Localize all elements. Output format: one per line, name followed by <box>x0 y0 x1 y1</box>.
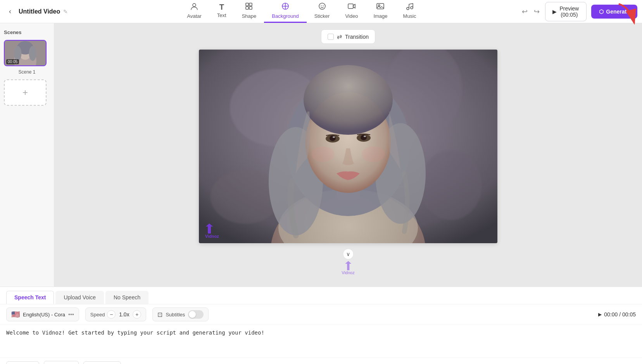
speed-label: Speed <box>90 312 105 318</box>
transition-icon: ⇄ <box>337 33 342 40</box>
script-footer: ⊙ Pause 〜 Diction ✦ AI Script <box>0 357 642 364</box>
main-content: Scenes 00:05 Scene 1 + <box>0 23 642 287</box>
subtitle-toggle[interactable] <box>188 310 204 319</box>
subtitle-label: Subtitles <box>166 312 185 318</box>
svg-point-22 <box>29 46 36 61</box>
tab-music-label: Music <box>403 13 416 19</box>
flag-icon: 🇺🇸 <box>11 310 20 319</box>
play-icon: ▶ <box>598 312 602 317</box>
tab-music[interactable]: Music <box>395 0 424 23</box>
nav-tabs-container: Avatar T Text Shape <box>82 0 521 23</box>
more-icon: ••• <box>68 311 74 318</box>
svg-point-14 <box>407 7 409 10</box>
generate-icon: ⬡ <box>599 9 604 15</box>
canvas-frame: Vidnoz <box>199 50 497 243</box>
tab-sticker-label: Sticker <box>314 13 330 19</box>
nav-tabs: Avatar T Text Shape <box>179 0 424 23</box>
scenes-title: Scenes <box>4 29 50 35</box>
svg-point-0 <box>193 3 196 7</box>
tab-video-label: Video <box>345 13 358 19</box>
svg-point-43 <box>364 136 366 137</box>
svg-marker-44 <box>206 223 213 234</box>
brand-name: Vidnoz <box>342 270 354 275</box>
svg-rect-11 <box>348 4 353 9</box>
add-scene-button[interactable]: + <box>4 79 47 106</box>
shape-icon <box>245 2 253 12</box>
tab-upload-voice[interactable]: Upload Voice <box>55 291 104 304</box>
speed-control: Speed − 1.0x + <box>85 307 147 321</box>
diction-button[interactable]: 〜 Diction <box>44 361 79 364</box>
tab-background[interactable]: Background <box>264 0 306 23</box>
video-icon <box>347 2 356 12</box>
tab-avatar[interactable]: Avatar <box>179 0 209 23</box>
svg-rect-4 <box>249 7 252 9</box>
scene-1-card[interactable]: 00:05 <box>4 40 47 66</box>
language-selector[interactable]: 🇺🇸 English(US) - Cora ••• <box>6 307 79 321</box>
undo-button[interactable]: ↩ <box>521 5 528 18</box>
back-button[interactable]: ‹ <box>5 6 16 17</box>
script-area <box>0 325 642 357</box>
tab-text[interactable]: T Text <box>209 0 234 23</box>
toggle-knob <box>189 311 196 318</box>
svg-rect-1 <box>246 3 249 6</box>
transition-bar[interactable]: ⇄ Transition <box>321 29 375 44</box>
chevron-down-icon: ∨ <box>346 251 350 257</box>
svg-point-36 <box>311 146 335 162</box>
vidnoz-watermark-text: Vidnoz <box>205 234 219 239</box>
svg-point-35 <box>304 65 393 135</box>
speed-increase-button[interactable]: + <box>133 310 141 319</box>
topbar-right: ↩ ↪ ▶ Preview (00:05) ⬡ Generate <box>521 2 637 21</box>
edit-icon[interactable]: ✎ <box>63 9 68 15</box>
tab-no-speech[interactable]: No Speech <box>105 291 148 304</box>
tab-speech-text[interactable]: Speech Text <box>6 291 54 304</box>
tab-video[interactable]: Video <box>337 0 366 23</box>
script-textarea[interactable] <box>6 325 636 356</box>
topbar: ‹ Untitled Video ✎ Avatar T Text <box>0 0 642 23</box>
transition-label: Transition <box>345 34 369 40</box>
add-scene-icon: + <box>22 87 28 98</box>
svg-point-15 <box>411 7 413 9</box>
text-icon: T <box>219 3 224 11</box>
image-icon <box>376 2 385 12</box>
bottom-panel: Speech Text Upload Voice No Speech 🇺🇸 En… <box>0 287 642 364</box>
svg-point-37 <box>362 146 385 162</box>
pause-button[interactable]: ⊙ Pause <box>6 361 39 364</box>
preview-play-icon: ▶ <box>552 9 557 15</box>
svg-rect-12 <box>377 3 384 9</box>
subtitle-icon: ⊡ <box>157 311 162 318</box>
ai-script-button[interactable]: ✦ AI Script <box>83 361 121 364</box>
vidnoz-brand: Vidnoz <box>342 261 354 275</box>
svg-rect-2 <box>249 3 252 6</box>
generate-label: Generate <box>606 9 630 15</box>
time-display: ▶ 00:00 / 00:05 <box>598 311 636 318</box>
speech-controls: 🇺🇸 English(US) - Cora ••• Speed − 1.0x +… <box>0 304 642 325</box>
scene-1-label: Scene 1 <box>4 69 50 75</box>
background-icon <box>281 2 290 12</box>
transition-checkbox[interactable] <box>328 34 334 40</box>
svg-point-40 <box>330 136 336 141</box>
chevron-down-button[interactable]: ∨ <box>343 249 354 259</box>
tab-image-label: Image <box>373 13 387 19</box>
svg-marker-45 <box>345 261 351 270</box>
svg-point-8 <box>319 3 325 9</box>
project-title: Untitled Video <box>19 8 60 15</box>
preview-button[interactable]: ▶ Preview (00:05) <box>545 2 587 21</box>
tab-shape[interactable]: Shape <box>234 0 264 23</box>
avatar-icon <box>190 2 198 12</box>
redo-button[interactable]: ↪ <box>533 5 540 18</box>
tab-avatar-label: Avatar <box>187 13 201 19</box>
preview-label: Preview (00:05) <box>559 5 579 18</box>
scene-time-badge: 00:05 <box>6 59 19 64</box>
vidnoz-watermark: Vidnoz <box>205 223 219 239</box>
svg-point-42 <box>333 136 335 138</box>
generate-button[interactable]: ⬡ Generate <box>591 5 637 19</box>
speed-decrease-button[interactable]: − <box>107 310 116 319</box>
tab-sticker[interactable]: Sticker <box>307 0 338 23</box>
tab-image[interactable]: Image <box>366 0 395 23</box>
tab-shape-label: Shape <box>242 13 257 19</box>
music-icon <box>406 2 414 12</box>
canvas-area: ⇄ Transition <box>54 23 642 287</box>
subtitle-control: ⊡ Subtitles <box>152 307 209 321</box>
sidebar: Scenes 00:05 Scene 1 + <box>0 23 54 287</box>
svg-rect-3 <box>246 7 249 9</box>
